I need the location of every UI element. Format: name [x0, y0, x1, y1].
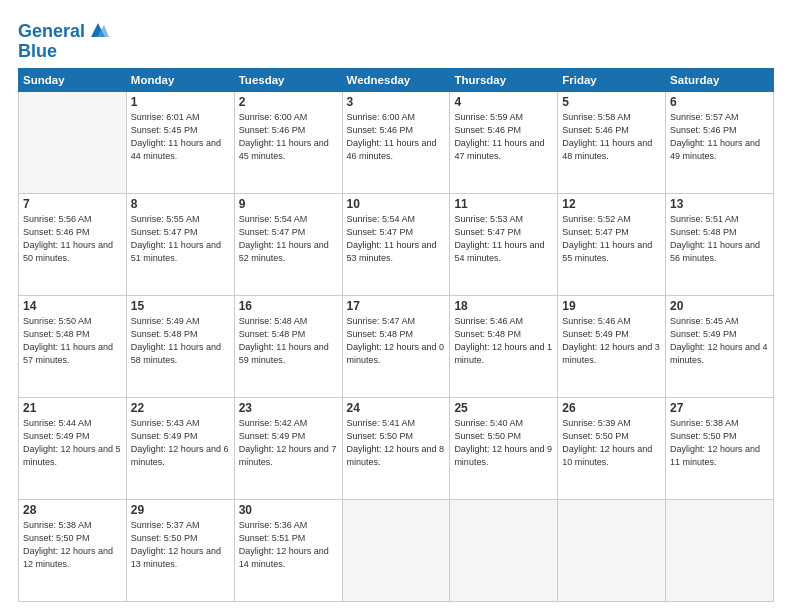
calendar-cell: 5Sunrise: 5:58 AMSunset: 5:46 PMDaylight… [558, 91, 666, 193]
calendar-cell: 16Sunrise: 5:48 AMSunset: 5:48 PMDayligh… [234, 295, 342, 397]
day-info: Sunrise: 5:38 AMSunset: 5:50 PMDaylight:… [23, 519, 122, 571]
day-number: 12 [562, 197, 661, 211]
calendar-cell: 6Sunrise: 5:57 AMSunset: 5:46 PMDaylight… [666, 91, 774, 193]
calendar-cell: 11Sunrise: 5:53 AMSunset: 5:47 PMDayligh… [450, 193, 558, 295]
day-info: Sunrise: 5:51 AMSunset: 5:48 PMDaylight:… [670, 213, 769, 265]
calendar-cell: 20Sunrise: 5:45 AMSunset: 5:49 PMDayligh… [666, 295, 774, 397]
calendar-cell: 30Sunrise: 5:36 AMSunset: 5:51 PMDayligh… [234, 499, 342, 601]
day-info: Sunrise: 5:52 AMSunset: 5:47 PMDaylight:… [562, 213, 661, 265]
day-info: Sunrise: 6:00 AMSunset: 5:46 PMDaylight:… [239, 111, 338, 163]
day-info: Sunrise: 5:56 AMSunset: 5:46 PMDaylight:… [23, 213, 122, 265]
day-number: 26 [562, 401, 661, 415]
calendar-cell: 1Sunrise: 6:01 AMSunset: 5:45 PMDaylight… [126, 91, 234, 193]
weekday-header-sunday: Sunday [19, 68, 127, 91]
calendar-cell [19, 91, 127, 193]
logo-text: General [18, 22, 85, 42]
week-row-2: 7Sunrise: 5:56 AMSunset: 5:46 PMDaylight… [19, 193, 774, 295]
day-number: 3 [347, 95, 446, 109]
calendar-cell: 10Sunrise: 5:54 AMSunset: 5:47 PMDayligh… [342, 193, 450, 295]
day-info: Sunrise: 5:49 AMSunset: 5:48 PMDaylight:… [131, 315, 230, 367]
calendar-cell: 15Sunrise: 5:49 AMSunset: 5:48 PMDayligh… [126, 295, 234, 397]
day-number: 18 [454, 299, 553, 313]
day-number: 29 [131, 503, 230, 517]
calendar-cell: 27Sunrise: 5:38 AMSunset: 5:50 PMDayligh… [666, 397, 774, 499]
calendar-cell: 21Sunrise: 5:44 AMSunset: 5:49 PMDayligh… [19, 397, 127, 499]
day-number: 24 [347, 401, 446, 415]
day-number: 19 [562, 299, 661, 313]
week-row-4: 21Sunrise: 5:44 AMSunset: 5:49 PMDayligh… [19, 397, 774, 499]
day-number: 30 [239, 503, 338, 517]
header: General Blue [18, 18, 774, 62]
calendar-cell: 25Sunrise: 5:40 AMSunset: 5:50 PMDayligh… [450, 397, 558, 499]
day-info: Sunrise: 5:45 AMSunset: 5:49 PMDaylight:… [670, 315, 769, 367]
day-info: Sunrise: 5:53 AMSunset: 5:47 PMDaylight:… [454, 213, 553, 265]
logo-text2: Blue [18, 42, 109, 62]
weekday-header-monday: Monday [126, 68, 234, 91]
day-info: Sunrise: 5:59 AMSunset: 5:46 PMDaylight:… [454, 111, 553, 163]
day-number: 16 [239, 299, 338, 313]
day-number: 1 [131, 95, 230, 109]
week-row-3: 14Sunrise: 5:50 AMSunset: 5:48 PMDayligh… [19, 295, 774, 397]
day-number: 13 [670, 197, 769, 211]
calendar-cell [342, 499, 450, 601]
calendar-cell: 23Sunrise: 5:42 AMSunset: 5:49 PMDayligh… [234, 397, 342, 499]
day-number: 14 [23, 299, 122, 313]
day-number: 10 [347, 197, 446, 211]
day-number: 6 [670, 95, 769, 109]
day-number: 27 [670, 401, 769, 415]
calendar-cell: 24Sunrise: 5:41 AMSunset: 5:50 PMDayligh… [342, 397, 450, 499]
calendar-cell: 29Sunrise: 5:37 AMSunset: 5:50 PMDayligh… [126, 499, 234, 601]
day-info: Sunrise: 5:38 AMSunset: 5:50 PMDaylight:… [670, 417, 769, 469]
day-info: Sunrise: 5:58 AMSunset: 5:46 PMDaylight:… [562, 111, 661, 163]
day-info: Sunrise: 5:39 AMSunset: 5:50 PMDaylight:… [562, 417, 661, 469]
day-info: Sunrise: 6:01 AMSunset: 5:45 PMDaylight:… [131, 111, 230, 163]
day-number: 2 [239, 95, 338, 109]
calendar-cell: 3Sunrise: 6:00 AMSunset: 5:46 PMDaylight… [342, 91, 450, 193]
day-number: 28 [23, 503, 122, 517]
day-number: 9 [239, 197, 338, 211]
day-info: Sunrise: 5:37 AMSunset: 5:50 PMDaylight:… [131, 519, 230, 571]
calendar-cell [558, 499, 666, 601]
calendar-cell: 2Sunrise: 6:00 AMSunset: 5:46 PMDaylight… [234, 91, 342, 193]
week-row-5: 28Sunrise: 5:38 AMSunset: 5:50 PMDayligh… [19, 499, 774, 601]
day-info: Sunrise: 5:47 AMSunset: 5:48 PMDaylight:… [347, 315, 446, 367]
calendar-cell: 9Sunrise: 5:54 AMSunset: 5:47 PMDaylight… [234, 193, 342, 295]
day-number: 17 [347, 299, 446, 313]
weekday-header-wednesday: Wednesday [342, 68, 450, 91]
day-info: Sunrise: 5:40 AMSunset: 5:50 PMDaylight:… [454, 417, 553, 469]
calendar-cell: 22Sunrise: 5:43 AMSunset: 5:49 PMDayligh… [126, 397, 234, 499]
day-info: Sunrise: 6:00 AMSunset: 5:46 PMDaylight:… [347, 111, 446, 163]
day-info: Sunrise: 5:50 AMSunset: 5:48 PMDaylight:… [23, 315, 122, 367]
day-number: 25 [454, 401, 553, 415]
day-number: 7 [23, 197, 122, 211]
calendar-cell: 12Sunrise: 5:52 AMSunset: 5:47 PMDayligh… [558, 193, 666, 295]
logo-icon [87, 19, 109, 41]
calendar-cell: 8Sunrise: 5:55 AMSunset: 5:47 PMDaylight… [126, 193, 234, 295]
day-number: 5 [562, 95, 661, 109]
logo: General Blue [18, 22, 109, 62]
calendar-cell: 26Sunrise: 5:39 AMSunset: 5:50 PMDayligh… [558, 397, 666, 499]
calendar-cell: 14Sunrise: 5:50 AMSunset: 5:48 PMDayligh… [19, 295, 127, 397]
calendar-cell [450, 499, 558, 601]
calendar: SundayMondayTuesdayWednesdayThursdayFrid… [18, 68, 774, 602]
day-info: Sunrise: 5:44 AMSunset: 5:49 PMDaylight:… [23, 417, 122, 469]
day-info: Sunrise: 5:43 AMSunset: 5:49 PMDaylight:… [131, 417, 230, 469]
calendar-cell: 17Sunrise: 5:47 AMSunset: 5:48 PMDayligh… [342, 295, 450, 397]
calendar-cell: 7Sunrise: 5:56 AMSunset: 5:46 PMDaylight… [19, 193, 127, 295]
day-number: 23 [239, 401, 338, 415]
day-number: 20 [670, 299, 769, 313]
calendar-cell: 18Sunrise: 5:46 AMSunset: 5:48 PMDayligh… [450, 295, 558, 397]
day-info: Sunrise: 5:46 AMSunset: 5:48 PMDaylight:… [454, 315, 553, 367]
day-info: Sunrise: 5:48 AMSunset: 5:48 PMDaylight:… [239, 315, 338, 367]
day-info: Sunrise: 5:57 AMSunset: 5:46 PMDaylight:… [670, 111, 769, 163]
day-number: 15 [131, 299, 230, 313]
calendar-cell [666, 499, 774, 601]
day-number: 22 [131, 401, 230, 415]
day-info: Sunrise: 5:46 AMSunset: 5:49 PMDaylight:… [562, 315, 661, 367]
weekday-header-tuesday: Tuesday [234, 68, 342, 91]
day-info: Sunrise: 5:54 AMSunset: 5:47 PMDaylight:… [347, 213, 446, 265]
calendar-cell: 19Sunrise: 5:46 AMSunset: 5:49 PMDayligh… [558, 295, 666, 397]
day-number: 11 [454, 197, 553, 211]
day-info: Sunrise: 5:54 AMSunset: 5:47 PMDaylight:… [239, 213, 338, 265]
day-info: Sunrise: 5:55 AMSunset: 5:47 PMDaylight:… [131, 213, 230, 265]
